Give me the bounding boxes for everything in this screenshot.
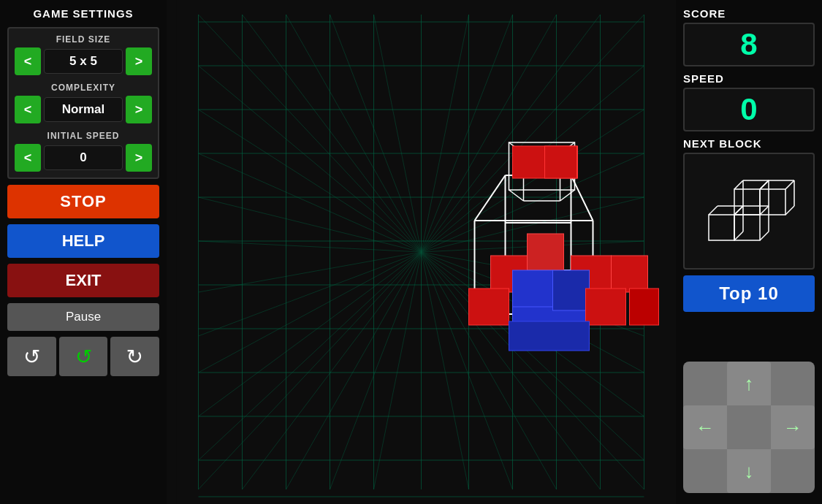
score-label: SCORE: [683, 7, 815, 20]
svg-line-105: [734, 232, 743, 240]
dpad-down-btn[interactable]: ↓: [727, 449, 771, 493]
settings-box: FIELD SIZE < 5 x 5 > COMPLEXITY < Normal…: [7, 27, 159, 179]
svg-rect-92: [528, 234, 564, 270]
left-panel: GAME SETTINGS FIELD SIZE < 5 x 5 > COMPL…: [0, 0, 167, 504]
initial-speed-left-btn[interactable]: <: [15, 144, 41, 172]
field-size-control: < 5 x 5 >: [15, 47, 152, 75]
top10-button[interactable]: Top 10: [683, 275, 815, 312]
dpad-container: ↑ ← → ↓: [683, 318, 815, 497]
next-block-box: [683, 153, 815, 270]
rotate-icon-3: ↺: [126, 345, 143, 369]
svg-line-109: [734, 206, 743, 215]
svg-rect-100: [630, 289, 659, 325]
game-canvas: [167, 0, 676, 504]
svg-rect-97: [553, 270, 590, 310]
score-box: 8: [683, 23, 815, 66]
dpad-up-btn[interactable]: ↑: [727, 362, 771, 405]
svg-rect-90: [545, 146, 577, 178]
svg-rect-99: [586, 289, 626, 325]
rotate-btn-2[interactable]: ↺: [59, 337, 108, 376]
svg-rect-88: [513, 146, 545, 178]
initial-speed-control: < 0 >: [15, 144, 152, 172]
svg-rect-102: [709, 215, 734, 240]
left-arrow-icon: ←: [696, 416, 715, 439]
help-button[interactable]: HELP: [7, 224, 159, 258]
svg-rect-101: [509, 321, 590, 351]
svg-rect-98: [469, 289, 509, 325]
game-area: [167, 0, 676, 504]
rotate-icon-2: ↺: [75, 345, 92, 369]
rotate-btn-1[interactable]: ↺: [7, 337, 56, 376]
dpad-center: [727, 405, 771, 449]
svg-line-123: [760, 180, 769, 189]
initial-speed-row: INITIAL SPEED < 0 >: [15, 131, 152, 172]
field-size-value: 5 x 5: [44, 49, 123, 74]
down-arrow-icon: ↓: [745, 460, 754, 483]
panel-title: GAME SETTINGS: [7, 7, 159, 20]
complexity-label: COMPLEXITY: [51, 83, 115, 93]
next-block-label: NEXT BLOCK: [683, 137, 815, 150]
rotate-icon-1: ↺: [23, 345, 40, 369]
speed-value: 0: [740, 92, 757, 127]
pause-button[interactable]: Pause: [7, 303, 159, 331]
score-value: 8: [740, 27, 757, 62]
svg-line-117: [785, 206, 794, 215]
dpad: ↑ ← → ↓: [683, 362, 815, 493]
exit-button[interactable]: EXIT: [7, 264, 159, 297]
field-size-left-btn[interactable]: <: [15, 47, 41, 75]
dpad-right-btn[interactable]: →: [771, 405, 815, 449]
dpad-left-btn[interactable]: ←: [683, 405, 727, 449]
complexity-control: < Normal >: [15, 96, 152, 123]
right-arrow-icon: →: [783, 416, 802, 439]
svg-rect-94: [612, 256, 648, 292]
svg-line-111: [760, 232, 769, 240]
field-size-label: FIELD SIZE: [56, 34, 111, 45]
complexity-left-btn[interactable]: <: [15, 96, 41, 123]
svg-line-110: [760, 206, 769, 215]
up-arrow-icon: ↑: [745, 373, 754, 395]
next-block-preview: [698, 167, 800, 255]
complexity-value: Normal: [44, 97, 123, 122]
speed-label: SPEED: [683, 72, 815, 85]
field-size-right-btn[interactable]: >: [126, 47, 152, 75]
complexity-row: COMPLEXITY < Normal >: [15, 83, 152, 123]
right-panel: SCORE 8 SPEED 0 NEXT BLOCK: [676, 0, 822, 504]
field-size-row: FIELD SIZE < 5 x 5 >: [15, 34, 152, 75]
svg-line-122: [734, 180, 743, 189]
initial-speed-value: 0: [44, 145, 123, 170]
svg-line-103: [709, 206, 718, 215]
initial-speed-right-btn[interactable]: >: [126, 144, 152, 172]
svg-line-116: [785, 180, 794, 189]
complexity-right-btn[interactable]: >: [126, 96, 152, 123]
stop-button[interactable]: STOP: [7, 185, 159, 218]
rotate-row: ↺ ↺ ↺: [7, 337, 159, 376]
speed-section: SPEED 0: [683, 72, 815, 131]
initial-speed-label: INITIAL SPEED: [47, 131, 120, 141]
svg-rect-95: [513, 270, 553, 310]
score-section: SCORE 8: [683, 7, 815, 66]
speed-box: 0: [683, 88, 815, 131]
rotate-btn-3[interactable]: ↺: [110, 337, 159, 376]
next-block-section: NEXT BLOCK: [683, 137, 815, 270]
